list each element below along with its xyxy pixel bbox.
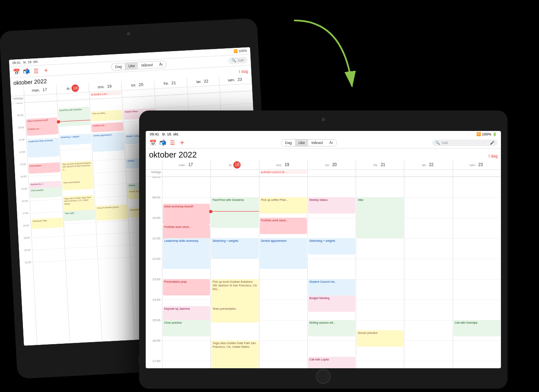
event-22[interactable]: Call with Grandpa — [453, 320, 501, 336]
time-labels-front: 08:0009:0010:0011:0012:0013:0014:0015:00… — [146, 177, 162, 368]
allday-event-back[interactable]: ● Andre Lori... — [90, 91, 122, 97]
time-label-1500: 15:00 — [21, 187, 27, 190]
time-label-1000: 10:00 — [152, 216, 160, 220]
event-6[interactable]: FaceTime with Grandma — [58, 107, 90, 127]
btn-maned-front[interactable]: Måned — [308, 140, 326, 146]
event-19[interactable]: Call with Lupita — [308, 357, 355, 368]
hour-line-0 — [308, 177, 356, 177]
event-9[interactable]: Team presentation — [211, 306, 258, 322]
btn-ar-front[interactable]: År — [326, 140, 336, 146]
day-sun-front: søn. 23 — [453, 160, 501, 169]
time-label-1700: 17:00 — [152, 359, 160, 363]
gutter-back — [10, 86, 24, 96]
event-9[interactable]: Team presentation — [62, 179, 94, 190]
event-10[interactable]: Yoga class Golden Gate Park San Francisc… — [211, 340, 258, 368]
event-5[interactable]: Choir practice — [163, 320, 210, 336]
event-13[interactable]: Dentist appointment — [260, 238, 307, 269]
event-14[interactable]: Weekly Status — [308, 197, 355, 214]
btn-uke-front[interactable]: Uke — [295, 140, 308, 146]
inbox-icon-back[interactable]: 📬 — [23, 68, 30, 75]
arrow — [262, 12, 385, 127]
gutter-front — [146, 160, 162, 169]
event-18[interactable]: Writing session wit... — [308, 320, 355, 336]
event-21[interactable]: Soccer practice — [356, 330, 404, 347]
allday-event-front[interactable]: ● Andre Lorico's B... — [260, 170, 307, 174]
add-icon-back[interactable]: + — [42, 67, 50, 74]
event-1[interactable]: Portfolio wor... — [27, 126, 59, 136]
event-6[interactable]: FaceTime with Grandma — [211, 197, 258, 228]
event-15[interactable]: Stretching + weights — [308, 238, 355, 255]
event-19[interactable]: Homework help — [31, 217, 63, 229]
today-btn-front[interactable]: I dag — [489, 154, 498, 158]
status-bar-front: 09:41 tir. 18. okt. 🛜 100% 🔋 — [146, 131, 501, 137]
search-back[interactable]: 🔍 Søk — [228, 56, 248, 64]
hour-line-1 — [404, 197, 452, 198]
allday-label-front: heldags — [146, 170, 162, 176]
event-20[interactable]: Hike — [356, 197, 404, 238]
hour-line-0 — [162, 177, 210, 177]
cal-icon-front[interactable]: 📅 — [149, 139, 156, 146]
event-2[interactable]: Leadership skills workshop — [163, 238, 210, 269]
hour-line-9 — [453, 361, 501, 361]
event-11[interactable]: Pick up coffee... — [91, 110, 123, 122]
event-8[interactable]: Pick up lunch Kokkari Estiatorio 200 Jac… — [211, 279, 258, 310]
day-tue-front: tir. 18 — [210, 160, 259, 169]
inbox-icon-front[interactable]: 📬 — [159, 139, 166, 146]
event-21[interactable]: Taco night — [63, 210, 95, 221]
btn-dag-front[interactable]: Dag — [282, 140, 295, 146]
event-3[interactable]: Presentation prep — [163, 279, 210, 295]
allday-label-back: heldags — [11, 96, 25, 103]
hour-line-13 — [65, 259, 98, 261]
event-3[interactable]: Presentation... — [28, 162, 60, 174]
event-0[interactable]: Artist workshop kickoff! — [163, 204, 210, 224]
allday-front: heldags ● Andre Lorico's B... — [146, 170, 501, 177]
day-thu-front: tor. 20 — [307, 160, 356, 169]
hour-line-10 — [64, 222, 96, 224]
search-front[interactable]: 🔍 Søk 🎤 — [432, 140, 498, 146]
add-icon-front[interactable]: + — [178, 139, 186, 146]
hour-line-4 — [211, 259, 259, 259]
allday-tue-front — [210, 170, 259, 176]
hour-line-5 — [453, 279, 501, 279]
btn-maned-back[interactable]: Måned — [138, 61, 156, 69]
event-5[interactable]: Choir practice — [29, 187, 61, 198]
allday-sat-front — [404, 170, 452, 176]
time-label-1400: 14:00 — [152, 298, 160, 302]
hour-line-0 — [453, 177, 501, 177]
hour-line-8 — [162, 340, 210, 341]
event-2[interactable]: Leadership skills workshop — [27, 138, 59, 158]
btn-dag-back[interactable]: Dag — [112, 63, 125, 70]
event-20[interactable]: Drop of Grandm groceri... — [96, 204, 128, 221]
home-button-front[interactable] — [316, 369, 331, 384]
event-7[interactable]: Stretching + weights — [211, 238, 258, 259]
event-16[interactable]: Student Council me... — [308, 279, 355, 295]
event-12[interactable]: Portfolio work sessi... — [260, 218, 307, 234]
cal-icon-back[interactable]: 📅 — [13, 68, 20, 76]
btn-ar-back[interactable]: År — [156, 61, 167, 68]
hour-line-4 — [60, 149, 92, 151]
event-12[interactable]: Portfolio wor... — [92, 122, 124, 133]
event-11[interactable]: Pick up coffee Philz... — [260, 197, 307, 214]
btn-uke-back[interactable]: Uke — [125, 62, 138, 70]
hour-line-6 — [453, 300, 501, 300]
event-13[interactable]: Dentist appointment — [92, 132, 124, 152]
view-switcher-front[interactable]: Dag Uke Måned År — [281, 139, 336, 146]
hour-line-6 — [356, 300, 404, 300]
hour-line-13 — [98, 257, 131, 259]
hour-line-6 — [259, 300, 307, 300]
event-8[interactable]: Pick up lunch Kokkari Estiatorio 200 Jac… — [61, 161, 93, 181]
mic-icon-front[interactable]: 🎤 — [490, 141, 494, 145]
hour-line-0 — [211, 177, 259, 177]
today-btn-back[interactable]: I dag — [239, 69, 248, 74]
view-switcher-back[interactable]: Dag Uke Måned År — [111, 61, 167, 71]
list-icon-front[interactable]: ☰ — [169, 139, 176, 146]
event-17[interactable]: Budget Meeting — [308, 295, 355, 312]
list-icon-back[interactable]: ☰ — [32, 67, 40, 75]
hour-line-3 — [404, 238, 452, 239]
event-7[interactable]: Stretching + weights — [59, 134, 91, 145]
day-sun-back: søn. 23 — [219, 74, 252, 85]
hour-line-0 — [259, 177, 307, 177]
status-back: 09:41 tir. 18. okt. — [12, 60, 38, 65]
hour-line-1 — [453, 197, 501, 198]
hour-line-4 — [404, 259, 452, 259]
